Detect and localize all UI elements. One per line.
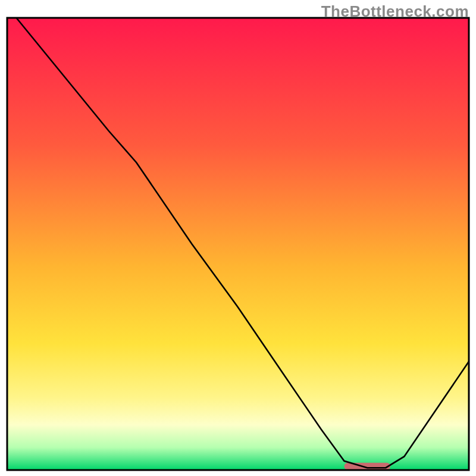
chart-canvas [0, 0, 476, 476]
optimal-marker [344, 463, 390, 470]
watermark-text: TheBottleneck.com [321, 2, 469, 21]
bottleneck-chart: TheBottleneck.com [0, 0, 476, 476]
gradient-background [7, 18, 469, 470]
